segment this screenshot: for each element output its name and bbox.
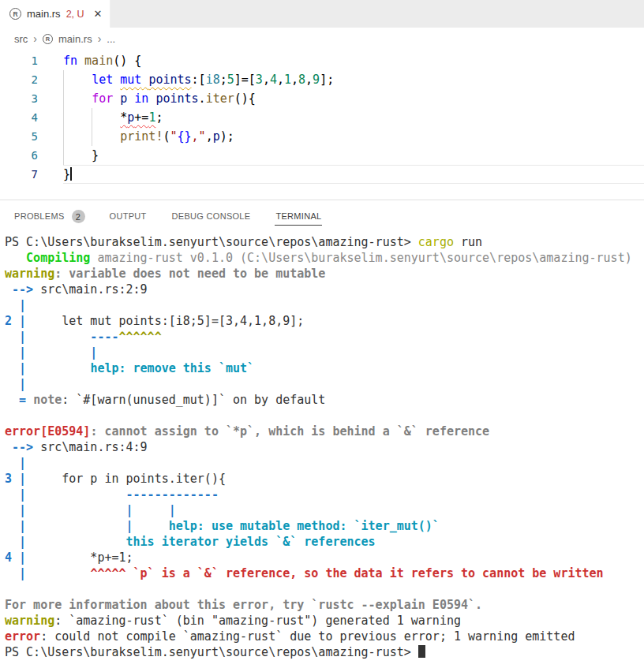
terminal-line[interactable]: = note: `#[warn(unused_mut)]` on by defa… (5, 392, 644, 408)
breadcrumb-item-symbol[interactable]: ... (107, 33, 115, 45)
editor-line[interactable]: 2 let mut points:[i8;5]=[3,4,1,8,9]; (0, 70, 644, 89)
terminal-line[interactable]: | ----^^^^^^ (5, 329, 644, 345)
text-token: warning (5, 267, 54, 281)
text-token (63, 91, 92, 106)
text-token: ; (155, 110, 163, 125)
breadcrumb: src › R main.rs › ... (0, 28, 644, 50)
terminal-line[interactable]: | | | (5, 502, 644, 518)
breadcrumb-item-file[interactable]: main.rs (58, 33, 92, 45)
text-token: PS C:\Users\burakselim.senyurt\source\re… (5, 645, 418, 659)
bottom-panel: PROBLEMS 2 OUTPUT DEBUG CONSOLE TERMINAL… (0, 200, 644, 668)
text-token: : could not compile `amazing-rust` due t… (40, 629, 575, 644)
text-token: iter (206, 91, 234, 106)
output-label: OUTPUT (109, 207, 148, 226)
text-token: src\main.rs:2:9 (40, 282, 147, 297)
terminal-line[interactable]: --> src\main.rs:4:9 (5, 439, 644, 455)
rust-file-icon: R (43, 34, 53, 44)
text-token: {} (178, 129, 192, 144)
terminal-line[interactable]: 3 | for p in points.iter(){ (5, 471, 644, 487)
text-token: ; (220, 73, 227, 87)
terminal-label: TERMINAL (275, 207, 322, 226)
chevron-right-icon: › (33, 32, 37, 45)
line-number: 3 (0, 89, 38, 108)
editor-line[interactable]: 7} (0, 165, 644, 184)
editor-line[interactable]: 4 *p+=1; (0, 108, 644, 127)
terminal-line[interactable]: | this iterator yields `&` references (5, 534, 644, 550)
text-token: *p+=1; (26, 550, 133, 565)
text-token: amazing-rust v0.1.0 (C:\Users\burakselim… (90, 251, 631, 265)
terminal-line[interactable]: warning: variable does not need to be mu… (5, 266, 644, 282)
text-token: , (277, 73, 284, 87)
text-token: PS C:\Users\burakselim.senyurt\source\re… (5, 235, 418, 249)
terminal-line[interactable]: error[E0594]: cannot assign to `*p`, whi… (5, 424, 644, 439)
terminal-output[interactable]: PS C:\Users\burakselim.senyurt\source\re… (0, 233, 644, 668)
terminal-line[interactable]: 2 | let mut points:[i8;5]=[3,4,1,8,9]; (5, 313, 644, 329)
text-token: = (5, 393, 33, 407)
text-token: ^^^^^ `p` is a `&` reference, so the dat… (90, 566, 603, 580)
terminal-line[interactable]: PS C:\Users\burakselim.senyurt\source\re… (5, 234, 644, 250)
terminal-line[interactable]: | | (5, 345, 644, 360)
tab-problems[interactable]: PROBLEMS 2 (13, 207, 85, 226)
terminal-line[interactable]: | (5, 297, 644, 313)
tab-debug-console[interactable]: DEBUG CONSOLE (171, 207, 252, 226)
text-token: 3 | (5, 472, 26, 486)
tab-main-rs[interactable]: R main.rs 2, U ✕ (0, 0, 110, 28)
text-token: } (63, 167, 70, 181)
editor-line[interactable]: 6 } (0, 146, 644, 165)
text-token: | ------------- (5, 487, 219, 502)
line-number: 6 (0, 146, 38, 165)
editor-line[interactable]: 3 for p in points.iter(){ (0, 89, 644, 108)
editor-line[interactable]: 5 print!("{},",p); (0, 127, 644, 146)
terminal-line[interactable]: | (5, 376, 644, 392)
text-token: let mut points:[i8;5]=[3,4,1,8,9]; (26, 314, 304, 328)
text-token: += (134, 110, 148, 125)
tab-terminal[interactable]: TERMINAL (275, 207, 322, 226)
terminal-line[interactable]: | ^^^^^ `p` is a `&` reference, so the d… (5, 565, 644, 581)
text-token: this iterator yields `&` references (126, 535, 376, 549)
text-token: , (206, 129, 213, 144)
terminal-line[interactable] (5, 581, 644, 597)
terminal-line[interactable]: For more information about this error, t… (5, 597, 644, 613)
text-token: in (134, 91, 155, 106)
text-token: let (92, 73, 120, 87)
terminal-line[interactable]: error: could not compile `amazing-rust` … (5, 629, 644, 644)
tab-output[interactable]: OUTPUT (109, 207, 148, 226)
text-token: points (148, 73, 191, 87)
terminal-line[interactable]: | | help: use mutable method: `iter_mut(… (5, 518, 644, 534)
text-token: for p in points.iter(){ (26, 472, 226, 486)
line-number: 4 (0, 108, 38, 127)
terminal-line[interactable]: | help: remove this `mut` (5, 360, 644, 376)
text-token: | ---- (5, 330, 119, 344)
close-icon[interactable]: ✕ (94, 8, 103, 20)
line-number: 2 (0, 70, 38, 89)
text-token: help: remove this `mut` (90, 361, 254, 375)
text-token: | (5, 456, 26, 470)
text-token: p (213, 129, 220, 144)
text-token (63, 73, 92, 87)
text-token: | (5, 377, 26, 391)
terminal-line[interactable]: | ------------- (5, 487, 644, 502)
terminal-line[interactable]: | (5, 455, 644, 471)
breadcrumb-item-src[interactable]: src (14, 33, 28, 45)
code-editor[interactable]: 1fn main() {2 let mut points:[i8;5]=[3,4… (0, 50, 644, 200)
tab-title: main.rs (27, 8, 61, 20)
terminal-line[interactable]: --> src\main.rs:2:9 (5, 282, 644, 297)
text-token: print! (120, 129, 163, 144)
text-token: : `amazing-rust` (bin "amazing-rust") ge… (54, 614, 461, 628)
debug-console-label: DEBUG CONSOLE (171, 207, 252, 226)
text-token: for (92, 91, 120, 106)
text-token: , (291, 73, 298, 87)
text-token: 8 (298, 73, 305, 87)
terminal-line[interactable]: 4 | *p+=1; (5, 550, 644, 565)
text-token: : cannot assign to `*p`, which is behind… (90, 424, 489, 438)
text-token: } (63, 148, 99, 162)
terminal-line[interactable]: PS C:\Users\burakselim.senyurt\source\re… (5, 644, 644, 660)
terminal-line[interactable]: warning: `amazing-rust` (bin "amazing-ru… (5, 613, 644, 629)
text-token: () { (113, 54, 141, 68)
terminal-line[interactable] (5, 408, 644, 424)
text-token: | | (5, 345, 97, 360)
editor-line[interactable]: 1fn main() { (0, 51, 644, 70)
text-token: points (155, 91, 198, 106)
terminal-line[interactable]: Compiling amazing-rust v0.1.0 (C:\Users\… (5, 250, 644, 266)
text-token: p (120, 91, 134, 106)
